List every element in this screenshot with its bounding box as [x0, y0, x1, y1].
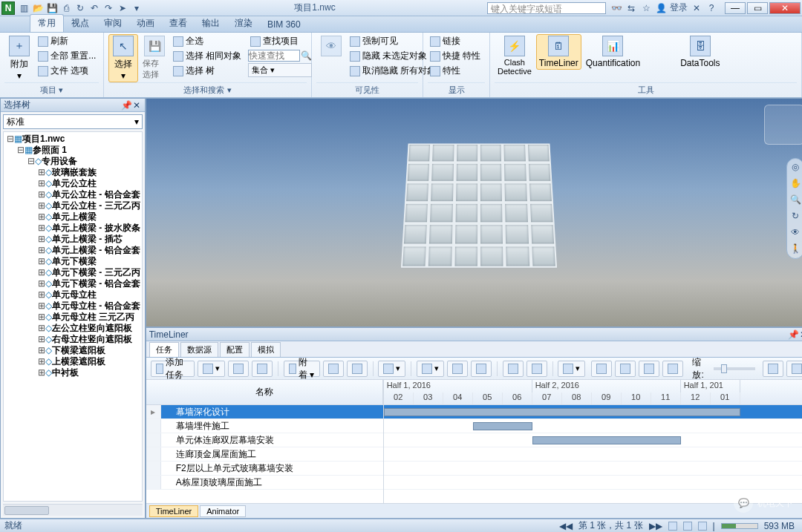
task-row[interactable]: F2层以上单元式玻璃幕墙安装: [146, 462, 383, 476]
g1items-0[interactable]: 刷新: [36, 34, 98, 48]
tb-11[interactable]: [526, 361, 547, 377]
view-2[interactable]: [615, 361, 636, 377]
orbit-icon[interactable]: ↻: [789, 211, 801, 223]
tree-item[interactable]: ⊞◇下横梁遮阳板: [38, 345, 140, 356]
viewport-3d[interactable]: ◎ ✋ 🔍 ↻ 👁 🚶: [146, 98, 802, 327]
g1items-1[interactable]: 全部 重置...: [36, 49, 98, 63]
selection-tree[interactable]: ⊟▦项目1.nwc ⊟▦参照面 1 ⊟◇专用设备 ⊞◇玻璃嵌套族⊞◇单元公立柱⊞…: [3, 131, 143, 502]
walk-icon[interactable]: 🚶: [789, 243, 801, 255]
binoculars-icon[interactable]: 👓: [610, 2, 622, 14]
gantt-row[interactable]: [384, 447, 802, 462]
task-row[interactable]: 幕墙埋件施工: [146, 419, 383, 433]
qat-new-icon[interactable]: ▥: [18, 2, 30, 14]
tool-icon-4[interactable]: [662, 36, 674, 47]
gantt-row[interactable]: [384, 419, 802, 433]
datatools-button[interactable]: 🗄DataTools: [677, 34, 723, 70]
st-icon-1[interactable]: [668, 522, 677, 531]
wheel-icon[interactable]: ◎: [789, 162, 801, 174]
view-3[interactable]: [639, 361, 659, 377]
tree-item[interactable]: ⊞◇单元母立柱 三元乙丙: [38, 312, 140, 323]
task-row[interactable]: ▸幕墙深化设计: [146, 405, 383, 419]
ribbon-tab-0[interactable]: 常用: [30, 14, 64, 32]
tl-tab-0[interactable]: 任务: [149, 342, 179, 357]
attach-button[interactable]: 附着 ▾: [284, 361, 320, 377]
tree-item[interactable]: ⊞◇单元上横梁 - 铝合金套: [38, 245, 140, 256]
panel-close-icon[interactable]: ✕: [131, 100, 142, 111]
ribbon-tab-4[interactable]: 查看: [162, 15, 195, 32]
task-row[interactable]: 连廊顶金属屋面施工: [146, 447, 383, 462]
tree-root[interactable]: 项目1.nwc: [22, 134, 65, 144]
close-button[interactable]: ✕: [769, 2, 801, 14]
nav-bar[interactable]: ◎ ✋ 🔍 ↻ 👁 🚶: [786, 158, 802, 259]
tb-10[interactable]: [503, 361, 524, 377]
task-row[interactable]: 单元体连廊双层幕墙安装: [146, 433, 383, 447]
gantt-row[interactable]: [384, 433, 802, 447]
tb-9[interactable]: [471, 361, 492, 377]
quick-find-input[interactable]: [248, 50, 300, 62]
ribbon-tab-1[interactable]: 视点: [64, 15, 97, 32]
save-selection-button[interactable]: 💾保存选择: [140, 34, 169, 82]
tb-5[interactable]: [347, 361, 368, 377]
g1items-2[interactable]: 文件 选项: [36, 64, 98, 78]
tree-item[interactable]: ⊞◇单元上横梁 - 插芯: [38, 234, 140, 245]
qat-redo-icon[interactable]: ↷: [102, 2, 114, 14]
g2items2-0[interactable]: 查找项目: [248, 34, 312, 48]
tl-close-icon[interactable]: ✕: [798, 329, 802, 340]
g4items-1[interactable]: 快捷 特性: [428, 49, 483, 63]
bottom-tab-1[interactable]: Animator: [200, 505, 246, 517]
ribbon-tab-2[interactable]: 审阅: [97, 15, 129, 32]
tool-icon-5[interactable]: [662, 49, 674, 61]
tree-scrollbar[interactable]: [3, 504, 143, 516]
st-icon-3[interactable]: [698, 522, 707, 531]
tb-6[interactable]: ▾: [378, 361, 405, 377]
tb-1[interactable]: ▾: [198, 361, 225, 377]
tree-item[interactable]: ⊞◇单元公立柱 - 三元乙丙: [38, 200, 140, 211]
gantt-bar[interactable]: [384, 408, 740, 416]
tl-tab-2[interactable]: 配置: [220, 342, 250, 357]
tree-item[interactable]: ⊞◇单元上横梁: [38, 211, 140, 223]
tree-item[interactable]: ⊞◇单元上横梁 - 披水胶条: [38, 223, 140, 234]
qat-save-icon[interactable]: 💾: [46, 2, 58, 14]
g2items-0[interactable]: 全选: [171, 34, 244, 48]
task-row[interactable]: A栋屋顶玻璃屋面施工: [146, 476, 383, 490]
tb-3[interactable]: [252, 361, 273, 377]
append-button[interactable]: ＋附加▾: [4, 34, 34, 82]
tool-icon-2[interactable]: [646, 49, 658, 61]
g4items-0[interactable]: 链接: [428, 34, 483, 48]
gantt-bar[interactable]: [473, 422, 532, 430]
tree-item[interactable]: ⊞◇单元下横梁: [38, 256, 140, 267]
tb-8[interactable]: [447, 361, 468, 377]
ribbon-tab-7[interactable]: BIM 360: [260, 17, 308, 32]
gantt-row[interactable]: [384, 476, 802, 490]
tree-item[interactable]: ⊞◇中衬板: [38, 367, 140, 378]
tree-item[interactable]: ⊞◇单元母立柱: [38, 289, 140, 301]
tree-item[interactable]: ⊞◇单元下横梁 - 铝合金套: [38, 278, 140, 289]
tl-tab-1[interactable]: 数据源: [180, 342, 218, 357]
tree-level1[interactable]: 参照面 1: [33, 145, 67, 155]
g2items-1[interactable]: 选择 相同对象: [171, 49, 244, 63]
gantt-row[interactable]: [384, 462, 802, 476]
comm-icon[interactable]: ⇆: [625, 2, 637, 14]
st-icon-2[interactable]: [683, 522, 692, 531]
zoom-slider[interactable]: [714, 367, 755, 370]
tb-7[interactable]: ▾: [417, 361, 444, 377]
tool-icon-6[interactable]: [662, 62, 674, 74]
gantt-row[interactable]: [384, 405, 802, 419]
viewcube[interactable]: [764, 105, 802, 145]
nav-prev-icon[interactable]: ◀◀: [559, 521, 573, 531]
tree-item[interactable]: ⊞◇玻璃嵌套族: [38, 167, 140, 178]
quantification-button[interactable]: 📊Quantification: [583, 34, 643, 70]
favorite-icon[interactable]: ☆: [640, 2, 652, 14]
view-1[interactable]: [591, 361, 612, 377]
qat-refresh-icon[interactable]: ↻: [74, 2, 86, 14]
pin-icon[interactable]: 📌: [121, 100, 131, 111]
qat-dropdown-icon[interactable]: ▾: [131, 2, 143, 14]
tb-e2[interactable]: [786, 361, 802, 377]
help-icon[interactable]: ?: [705, 2, 717, 14]
zoom-icon[interactable]: 🔍: [789, 194, 801, 206]
tl-tab-3[interactable]: 模拟: [251, 342, 281, 357]
login-link[interactable]: 登录: [670, 2, 688, 14]
qat-undo-icon[interactable]: ↶: [88, 2, 100, 14]
tree-item[interactable]: ⊞◇右母立柱竖向遮阳板: [38, 334, 140, 345]
g4items-2[interactable]: 特性: [428, 64, 483, 78]
